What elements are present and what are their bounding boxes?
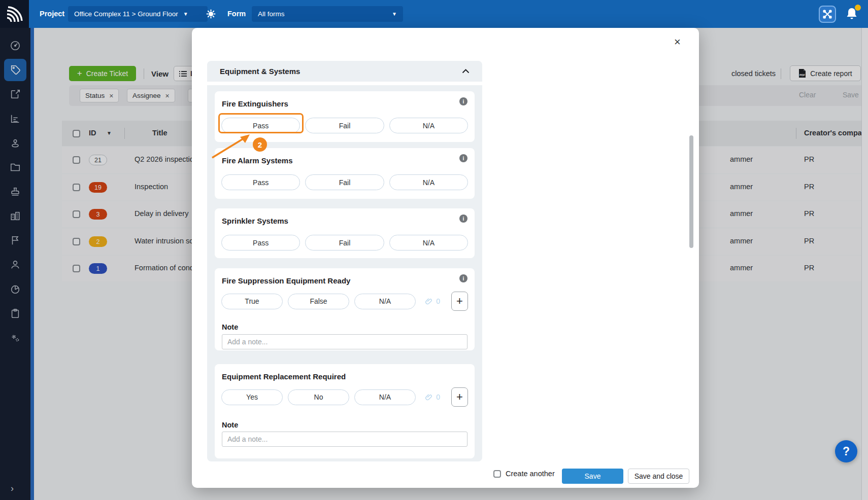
save-and-close-button[interactable]: Save and close [628,469,689,484]
chevron-down-icon: ▼ [392,11,397,17]
notification-badge [855,5,861,11]
info-icon[interactable]: i [459,274,468,282]
option-pill-pass[interactable]: Pass [221,174,300,190]
option-pill-fail[interactable]: Fail [305,174,384,190]
add-attachment-button[interactable]: + [451,292,468,311]
option-pill-false[interactable]: False [288,294,349,309]
option-pill-no[interactable]: No [288,389,349,405]
option-pill-n-a[interactable]: N/A [389,235,468,251]
section-header[interactable]: Equipment & Systems [207,61,482,82]
paperclip-icon [424,393,433,402]
save-button[interactable]: Save [562,469,623,484]
attachment-count: 0 [436,393,440,401]
add-attachment-button[interactable]: + [451,387,468,407]
modal-footer: Create another Save Save and close [192,467,699,488]
note-input[interactable] [222,432,468,447]
apps-switcher-icon[interactable] [819,6,836,23]
chevron-up-icon[interactable] [462,69,470,74]
app-window: + Create Ticket View List ▼ closed ticke… [0,0,868,500]
project-dropdown[interactable]: Office Complex 11 > Ground Floor ▼ [68,6,208,22]
option-pill-n-a[interactable]: N/A [354,294,416,309]
field-card-fire-suppression-equipment-ready: Fire Suppression Equipment ReadyiTrueFal… [215,268,475,350]
option-pill-n-a[interactable]: N/A [354,389,416,405]
option-pill-true[interactable]: True [221,294,283,309]
create-another-checkbox[interactable]: Create another [493,470,555,478]
field-label: Equipment Replacement Required [222,372,346,381]
info-icon[interactable]: i [459,215,468,223]
option-pill-pass[interactable]: Pass [221,235,300,251]
app-logo[interactable] [0,0,29,28]
annotation-arrow [206,131,261,162]
note-label: Note [222,323,238,331]
attachments-group[interactable]: 0 [424,393,440,402]
info-icon[interactable]: i [459,154,468,162]
option-pill-n-a[interactable]: N/A [389,174,468,190]
attachments-group[interactable]: 0 [424,297,440,306]
field-label: Sprinkler Systems [222,217,288,225]
field-card-equipment-replacement-required: Equipment Replacement RequiredYesNoN/A 0… [215,364,475,458]
note-label: Note [222,421,238,429]
section-title: Equipment & Systems [220,67,300,76]
option-pill-yes[interactable]: Yes [221,389,283,405]
create-ticket-modal: Equipment & Systems Fire ExtinguishersiP… [192,28,699,488]
option-pill-fail[interactable]: Fail [305,235,384,251]
option-pill-n-a[interactable]: N/A [389,118,468,133]
top-bar: Project Office Complex 11 > Ground Floor… [0,0,868,28]
annotation-highlight-box [218,113,304,133]
info-icon[interactable]: i [459,97,468,105]
form-label: Form [227,0,246,28]
checkbox-icon[interactable] [493,470,501,478]
field-card-sprinkler-systems: Sprinkler SystemsiPassFailN/A [215,208,475,258]
field-label: Fire Suppression Equipment Ready [222,276,350,285]
field-label: Fire Extinguishers [222,99,288,108]
note-input[interactable] [222,334,468,349]
close-icon[interactable]: × [674,37,681,48]
project-label: Project [40,0,64,28]
attachment-count: 0 [436,297,440,305]
modal-scrollbar-thumb[interactable] [689,135,693,248]
paperclip-icon [424,297,433,306]
help-button[interactable]: ? [835,440,857,462]
settings-gear-icon[interactable] [206,9,216,19]
chevron-down-icon: ▼ [183,11,188,17]
option-pill-fail[interactable]: Fail [305,118,384,133]
form-dropdown[interactable]: All forms ▼ [252,6,403,22]
